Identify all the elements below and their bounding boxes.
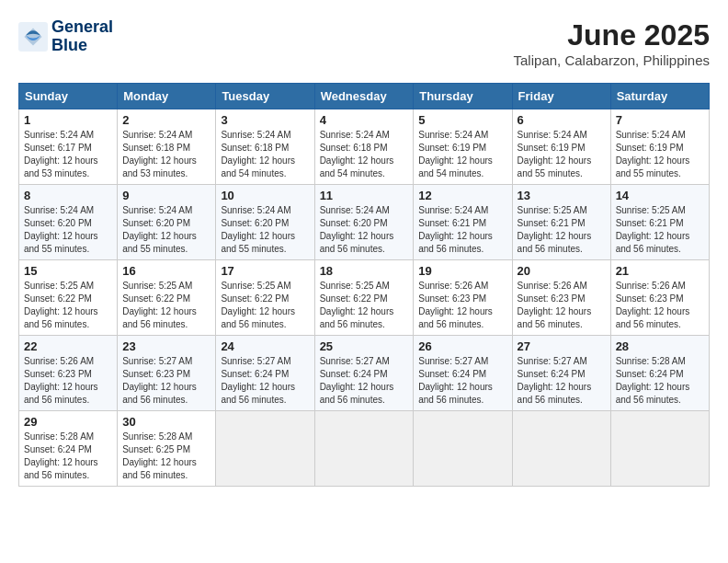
day-number: 26 bbox=[418, 339, 506, 353]
sunset-label: Sunset: 6:22 PM bbox=[24, 293, 92, 304]
table-row: 16 Sunrise: 5:25 AM Sunset: 6:22 PM Dayl… bbox=[118, 260, 216, 336]
table-row: 21 Sunrise: 5:26 AM Sunset: 6:23 PM Dayl… bbox=[610, 260, 709, 336]
table-row: 4 Sunrise: 5:24 AM Sunset: 6:18 PM Dayli… bbox=[314, 109, 414, 185]
table-row bbox=[414, 411, 512, 487]
sunrise-label: Sunrise: 5:27 AM bbox=[418, 356, 488, 366]
table-row: 19 Sunrise: 5:26 AM Sunset: 6:23 PM Dayl… bbox=[414, 260, 512, 336]
table-row: 18 Sunrise: 5:25 AM Sunset: 6:22 PM Dayl… bbox=[314, 260, 414, 336]
sunrise-label: Sunrise: 5:24 AM bbox=[418, 130, 488, 140]
daylight-label: Daylight: 12 hours bbox=[518, 382, 592, 392]
daylight-label: Daylight: 12 hours bbox=[518, 155, 592, 166]
day-number: 8 bbox=[24, 189, 112, 202]
day-info: Sunrise: 5:25 AM Sunset: 6:22 PM Dayligh… bbox=[24, 280, 112, 331]
sunset-label: Sunset: 6:22 PM bbox=[221, 293, 289, 304]
table-row: 10 Sunrise: 5:24 AM Sunset: 6:20 PM Dayl… bbox=[216, 185, 314, 260]
table-row: 26 Sunrise: 5:27 AM Sunset: 6:24 PM Dayl… bbox=[414, 336, 512, 411]
day-number: 10 bbox=[221, 189, 309, 202]
daylight-minutes: and 56 minutes. bbox=[616, 244, 681, 254]
daylight-minutes: and 53 minutes. bbox=[24, 168, 89, 178]
sunset-label: Sunset: 6:20 PM bbox=[24, 218, 92, 228]
sunrise-label: Sunrise: 5:24 AM bbox=[320, 205, 390, 215]
day-number: 12 bbox=[418, 189, 506, 202]
sunset-label: Sunset: 6:23 PM bbox=[24, 369, 92, 379]
sunset-label: Sunset: 6:18 PM bbox=[122, 143, 190, 153]
sunset-label: Sunset: 6:21 PM bbox=[518, 218, 586, 228]
title-block: June 2025 Talipan, Calabarzon, Philippin… bbox=[514, 18, 710, 68]
sunrise-label: Sunrise: 5:25 AM bbox=[616, 205, 686, 215]
sunrise-label: Sunrise: 5:26 AM bbox=[616, 281, 686, 291]
day-number: 29 bbox=[24, 415, 112, 429]
sunset-label: Sunset: 6:22 PM bbox=[122, 293, 190, 304]
daylight-minutes: and 56 minutes. bbox=[122, 395, 188, 405]
table-row: 12 Sunrise: 5:24 AM Sunset: 6:21 PM Dayl… bbox=[414, 185, 512, 260]
sunset-label: Sunset: 6:20 PM bbox=[122, 218, 190, 228]
day-info: Sunrise: 5:25 AM Sunset: 6:21 PM Dayligh… bbox=[616, 204, 704, 256]
day-info: Sunrise: 5:25 AM Sunset: 6:21 PM Dayligh… bbox=[518, 204, 606, 256]
header-tuesday: Tuesday bbox=[216, 84, 314, 109]
sunset-label: Sunset: 6:24 PM bbox=[320, 369, 388, 379]
page-header: General Blue June 2025 Talipan, Calabarz… bbox=[18, 18, 710, 68]
sunrise-label: Sunrise: 5:27 AM bbox=[320, 356, 390, 366]
daylight-minutes: and 56 minutes. bbox=[518, 319, 583, 329]
daylight-label: Daylight: 12 hours bbox=[122, 382, 197, 392]
daylight-label: Daylight: 12 hours bbox=[616, 231, 690, 241]
day-number: 23 bbox=[122, 339, 210, 353]
day-number: 5 bbox=[418, 113, 506, 127]
day-info: Sunrise: 5:28 AM Sunset: 6:24 PM Dayligh… bbox=[24, 431, 112, 482]
day-info: Sunrise: 5:26 AM Sunset: 6:23 PM Dayligh… bbox=[616, 280, 704, 331]
day-info: Sunrise: 5:24 AM Sunset: 6:18 PM Dayligh… bbox=[320, 129, 409, 180]
daylight-label: Daylight: 12 hours bbox=[221, 306, 295, 316]
table-row: 25 Sunrise: 5:27 AM Sunset: 6:24 PM Dayl… bbox=[314, 336, 414, 411]
calendar-week-row: 22 Sunrise: 5:26 AM Sunset: 6:23 PM Dayl… bbox=[19, 336, 710, 411]
sunset-label: Sunset: 6:18 PM bbox=[221, 143, 289, 153]
sunset-label: Sunset: 6:24 PM bbox=[221, 369, 289, 379]
sunrise-label: Sunrise: 5:27 AM bbox=[221, 356, 290, 366]
day-info: Sunrise: 5:27 AM Sunset: 6:24 PM Dayligh… bbox=[418, 355, 506, 407]
daylight-minutes: and 55 minutes. bbox=[616, 168, 681, 178]
weekday-header-row: Sunday Monday Tuesday Wednesday Thursday… bbox=[19, 84, 710, 109]
sunset-label: Sunset: 6:19 PM bbox=[518, 143, 586, 153]
day-number: 21 bbox=[616, 264, 704, 278]
day-info: Sunrise: 5:24 AM Sunset: 6:20 PM Dayligh… bbox=[221, 204, 309, 256]
day-info: Sunrise: 5:24 AM Sunset: 6:18 PM Dayligh… bbox=[122, 129, 210, 180]
header-wednesday: Wednesday bbox=[314, 84, 414, 109]
sunrise-label: Sunrise: 5:24 AM bbox=[221, 205, 290, 215]
calendar-week-row: 29 Sunrise: 5:28 AM Sunset: 6:24 PM Dayl… bbox=[19, 411, 710, 487]
sunset-label: Sunset: 6:20 PM bbox=[221, 218, 289, 228]
table-row: 23 Sunrise: 5:27 AM Sunset: 6:23 PM Dayl… bbox=[118, 336, 216, 411]
sunrise-label: Sunrise: 5:25 AM bbox=[24, 281, 94, 291]
sunrise-label: Sunrise: 5:24 AM bbox=[24, 205, 94, 215]
sunrise-label: Sunrise: 5:24 AM bbox=[24, 130, 94, 140]
day-info: Sunrise: 5:26 AM Sunset: 6:23 PM Dayligh… bbox=[418, 280, 506, 331]
sunset-label: Sunset: 6:24 PM bbox=[616, 369, 684, 379]
day-info: Sunrise: 5:24 AM Sunset: 6:21 PM Dayligh… bbox=[418, 204, 506, 256]
daylight-minutes: and 56 minutes. bbox=[24, 319, 89, 329]
daylight-minutes: and 56 minutes. bbox=[24, 395, 89, 405]
day-info: Sunrise: 5:27 AM Sunset: 6:24 PM Dayligh… bbox=[221, 355, 309, 407]
sunrise-label: Sunrise: 5:26 AM bbox=[518, 281, 587, 291]
day-info: Sunrise: 5:24 AM Sunset: 6:20 PM Dayligh… bbox=[24, 204, 112, 256]
day-number: 11 bbox=[320, 189, 409, 202]
calendar-week-row: 1 Sunrise: 5:24 AM Sunset: 6:17 PM Dayli… bbox=[19, 109, 710, 185]
daylight-label: Daylight: 12 hours bbox=[418, 306, 493, 316]
table-row bbox=[314, 411, 414, 487]
day-number: 27 bbox=[518, 339, 606, 353]
sunrise-label: Sunrise: 5:24 AM bbox=[616, 130, 686, 140]
daylight-label: Daylight: 12 hours bbox=[320, 306, 394, 316]
daylight-label: Daylight: 12 hours bbox=[616, 155, 690, 166]
daylight-label: Daylight: 12 hours bbox=[221, 382, 295, 392]
daylight-label: Daylight: 12 hours bbox=[418, 155, 493, 166]
day-number: 4 bbox=[320, 113, 409, 127]
day-info: Sunrise: 5:27 AM Sunset: 6:24 PM Dayligh… bbox=[320, 355, 409, 407]
day-number: 1 bbox=[24, 113, 112, 127]
table-row: 5 Sunrise: 5:24 AM Sunset: 6:19 PM Dayli… bbox=[414, 109, 512, 185]
day-info: Sunrise: 5:25 AM Sunset: 6:22 PM Dayligh… bbox=[122, 280, 210, 331]
daylight-label: Daylight: 12 hours bbox=[320, 382, 394, 392]
table-row: 24 Sunrise: 5:27 AM Sunset: 6:24 PM Dayl… bbox=[216, 336, 314, 411]
table-row: 14 Sunrise: 5:25 AM Sunset: 6:21 PM Dayl… bbox=[610, 185, 709, 260]
day-info: Sunrise: 5:24 AM Sunset: 6:19 PM Dayligh… bbox=[418, 129, 506, 180]
day-info: Sunrise: 5:26 AM Sunset: 6:23 PM Dayligh… bbox=[518, 280, 606, 331]
table-row: 9 Sunrise: 5:24 AM Sunset: 6:20 PM Dayli… bbox=[118, 185, 216, 260]
logo: General Blue bbox=[18, 18, 113, 55]
day-info: Sunrise: 5:24 AM Sunset: 6:19 PM Dayligh… bbox=[616, 129, 704, 180]
